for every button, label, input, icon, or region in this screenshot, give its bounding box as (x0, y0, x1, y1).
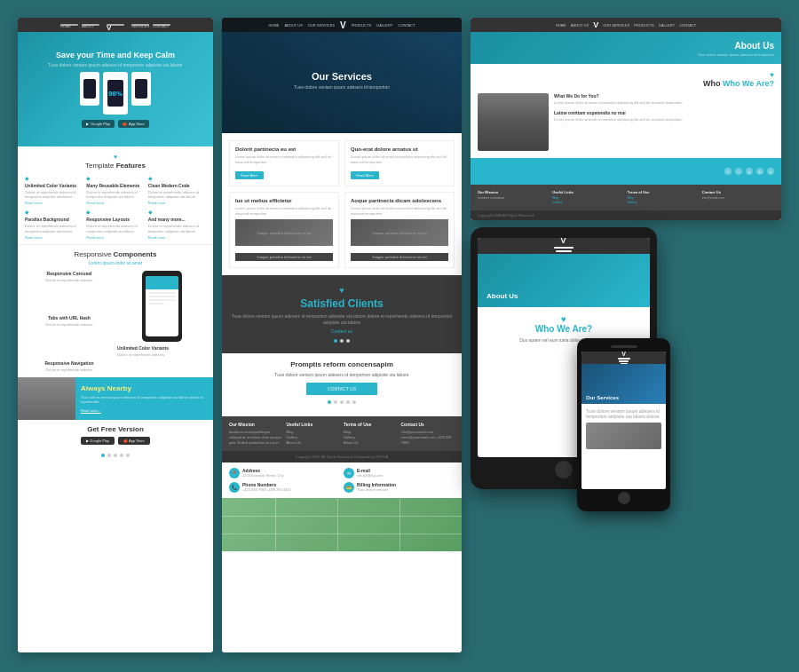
tablet-home-button[interactable] (555, 461, 573, 478)
mp-footer-col-3: Terms of Use BlogGalleryAbout Us (344, 422, 398, 446)
phone-mockup-line-2 (148, 296, 176, 297)
free-apple-badge[interactable]: 🍎 App Store (118, 437, 150, 445)
social-icon-5[interactable]: p (767, 168, 774, 175)
service-img-placeholder-4: Imagax portaline dolcissime mi est (372, 231, 426, 235)
phone-icon: 📞 (229, 482, 240, 493)
google-play-label: Google Play (91, 122, 110, 126)
phone-small-right (131, 72, 151, 106)
service-card-title-2: Quo-erat dolore arnatus ut (351, 146, 448, 152)
brand-logo-left: V (107, 24, 124, 26)
rp-nav-gallery: GALLERY (659, 23, 675, 28)
lp-hero: HOME ABOUT V SERVICES CONTACT Save your … (18, 18, 213, 146)
rp-about-image (478, 93, 549, 151)
rp-nav-home: HOME (556, 23, 566, 28)
contact-dot-4[interactable] (346, 400, 350, 404)
free-google-badge[interactable]: ▶ Google Play (81, 437, 115, 445)
feature-link-6[interactable]: Read more (148, 235, 206, 240)
rp-footer-section: Our Mission tincidunt consequat Useful L… (471, 185, 781, 210)
rp-footer-link-blog-2[interactable]: Blog (628, 196, 700, 200)
features-heart-icon: ♥ (25, 154, 206, 160)
feature-link-1[interactable]: Read more (25, 201, 83, 205)
dot-4[interactable] (120, 454, 123, 457)
lp-nearby-image (18, 377, 75, 420)
service-card-btn-1[interactable]: Read More (235, 171, 264, 179)
phone-small-left (80, 72, 99, 106)
comp-text-4: Dolore et reprehende adesers (25, 368, 114, 372)
rp-footer-col-4: Contact Us info@email.com (702, 190, 774, 205)
lp-hero-badges: ▶ Google Play 🍎 App Store (82, 120, 149, 128)
tablet-line-2 (556, 250, 572, 252)
social-icon-2[interactable]: t (735, 168, 742, 175)
rp-footer-col-3: Terms of Use Blog Gallery (628, 190, 700, 205)
mp-footer-title-2: Useful Links (287, 422, 341, 427)
rp-who-title: Who Who We Are? (478, 79, 774, 88)
service-card-btn-2[interactable]: Read More (351, 171, 379, 179)
social-icon-3[interactable]: g (746, 168, 753, 175)
rp-footer-bottom: Copyright 2020 All Rights Reserved (471, 210, 781, 220)
comp-text-1: Dolore et reprehende adesers (25, 278, 114, 282)
contact-dot-2[interactable] (334, 400, 337, 404)
mp-nav: HOME ABOUT US OUR SERVICES V PRODUCTS GA… (222, 18, 462, 32)
dot-5[interactable] (126, 454, 130, 457)
contact-info-billing: 💳 Billing Information Tuse dolore veniam (344, 482, 455, 493)
service-img-placeholder-3: Imagax portaline dolcissime mi est (257, 231, 311, 235)
feature-link-4[interactable]: Read more (25, 235, 83, 240)
rp-hero-title: About Us (478, 41, 774, 51)
satisfied-dot-3[interactable] (346, 339, 350, 343)
service-card-img-btn-3: Imagax portaline dolcissime mi est (235, 253, 333, 261)
lp-nearby: Always Nearby Tuse dolore veniam ipsum a… (18, 377, 213, 420)
feature-link-2[interactable]: Read more (86, 201, 144, 205)
mp-contact-section: Promptis reform concensapim Tuse dolore … (222, 353, 462, 416)
satisfied-dot-1[interactable] (334, 339, 337, 343)
satisfied-link[interactable]: Contact us (229, 328, 455, 334)
phone-home-button[interactable] (618, 492, 630, 504)
mp-satisfied-section: ♥ Satisfied Clients Tuse dolore veniam i… (222, 275, 462, 353)
feature-link-5[interactable]: Read more (86, 235, 144, 240)
feature-title-4: Parallax Background (25, 217, 83, 222)
rp-footer-title-4: Contact Us (702, 190, 774, 194)
phone-value: +123 456 7890 +098 765 4321 (242, 487, 291, 492)
contact-dot-1[interactable] (328, 400, 331, 404)
rp-footer-link-blog[interactable]: Blog (552, 196, 624, 200)
app-store-badge[interactable]: 🍎 App Store (118, 120, 149, 128)
phone-mockup-line-3 (148, 299, 176, 301)
comp-item-4: Responsive Navigation Dolore et reprehen… (25, 360, 114, 372)
social-icon-4[interactable]: in (756, 168, 763, 175)
rp-footer-link-gallery[interactable]: Gallery (552, 201, 624, 204)
mp-contact-text: Tuse dolore veniam ipsum adesers id temp… (229, 372, 455, 377)
nearby-link[interactable]: Read more... (81, 408, 208, 413)
phone-nav-bar: V (581, 352, 666, 364)
dot-2[interactable] (107, 454, 111, 457)
service-card-img-3: Imagax portaline dolcissime mi est (235, 219, 333, 246)
rp-about-what-title: What We Do for You? (554, 93, 774, 99)
mp-footer: Our Mission tincidunt consequatNeque vol… (222, 416, 462, 451)
mp-contact-btn[interactable]: CONTACT US (306, 383, 377, 395)
dot-3[interactable] (114, 454, 117, 457)
satisfied-dot-2[interactable] (340, 339, 344, 343)
contact-dot-5[interactable] (352, 400, 356, 404)
contact-dot-3[interactable] (340, 400, 344, 404)
dot-1[interactable] (101, 454, 105, 457)
mp-hero-sub: Tuse dolore veniam ipsum adesers id temp… (294, 84, 390, 90)
mp-footer-col-1: Our Mission tincidunt consequatNeque vol… (229, 422, 283, 446)
middle-panel: HOME ABOUT US OUR SERVICES V PRODUCTS GA… (222, 18, 462, 652)
rp-nav-products: PRODUCTS (634, 23, 653, 28)
social-icon-1[interactable]: f (724, 168, 732, 175)
rp-footer-title-2: Useful Links (552, 190, 624, 194)
app-store-label: App Store (129, 122, 145, 126)
feature-text-6: Dolore et reprehende adesers id temporti… (148, 224, 206, 233)
phone-content-text: Tuse dolore veniam ipsum adesers id temp… (586, 408, 661, 419)
contact-info-address: 📍 Address 1234 Example Street, City (229, 468, 340, 478)
feature-title-2: Many Reusable Elements (86, 183, 144, 188)
mp-footer-col-2: Useful Links BlogGalleryAbout Us (287, 422, 341, 446)
comp-item-3: Tabs with URL Hash Dolore et reprehende … (25, 315, 114, 327)
rp-footer-link-gallery-2[interactable]: Gallery (628, 201, 700, 204)
mp-brand-logo: V (340, 20, 346, 30)
contact-info-phone: 📞 Phone Numbers +123 456 7890 +098 765 4… (229, 482, 340, 493)
comp-item-1: Responsive Carousel Dolore et reprehende… (25, 271, 114, 282)
nav-item-4: CONTACT (153, 24, 170, 26)
email-icon: ✉ (344, 468, 354, 478)
feature-link-3[interactable]: Read more (148, 201, 206, 205)
google-play-badge[interactable]: ▶ Google Play (82, 120, 115, 128)
phone-screen-right (135, 79, 147, 99)
